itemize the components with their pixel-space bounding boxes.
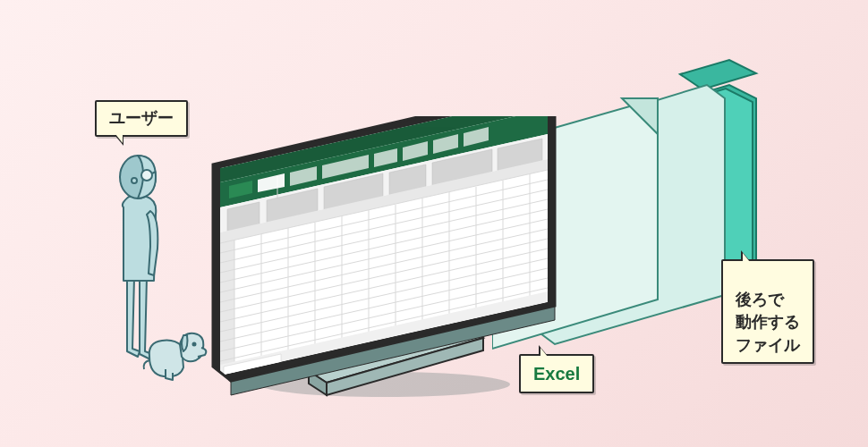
monitor-illustration [197, 116, 555, 415]
dog-illustration [139, 326, 206, 380]
excel-label-text: Excel [533, 364, 580, 384]
excel-label-bubble: Excel [519, 354, 594, 393]
background-files-label-text: 後ろで 動作する ファイル [736, 291, 800, 353]
svg-point-67 [132, 178, 137, 183]
svg-point-65 [141, 170, 152, 181]
svg-point-68 [193, 343, 196, 346]
background-files-label-bubble: 後ろで 動作する ファイル [721, 259, 814, 364]
user-label-text: ユーザー [109, 109, 174, 127]
svg-marker-2 [680, 60, 756, 89]
user-label-bubble: ユーザー [95, 100, 188, 137]
